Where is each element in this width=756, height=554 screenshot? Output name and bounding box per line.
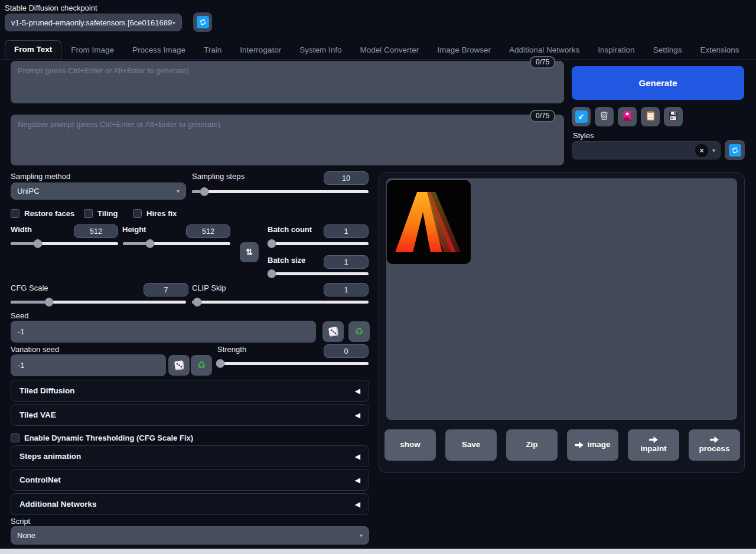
checkpoint-value: v1-5-pruned-emaonly.safetensors [6ce0161…: [11, 18, 172, 27]
batch-size-slider[interactable]: [269, 269, 369, 278]
tab-image-browser[interactable]: Image Browser: [437, 41, 491, 59]
negative-prompt-input[interactable]: [11, 115, 564, 165]
accordion-additional-networks[interactable]: Additional Networks ◀: [11, 493, 369, 515]
chevron-down-icon: ▾: [177, 188, 180, 194]
cfg-scale-slider[interactable]: [11, 297, 186, 307]
tab-system-info[interactable]: System Info: [299, 41, 341, 59]
restore-faces-checkbox[interactable]: Restore faces: [11, 209, 74, 218]
seed-input[interactable]: [11, 321, 316, 343]
script-label: Script: [11, 517, 30, 526]
prompt-input[interactable]: [11, 61, 564, 103]
picture-card-icon: [623, 110, 632, 123]
sampling-method-label: Sampling method: [11, 172, 70, 181]
random-variation-seed-button[interactable]: [168, 355, 190, 376]
strength-slider[interactable]: [217, 359, 369, 368]
accordion-controlnet[interactable]: ControlNet ◀: [11, 469, 369, 491]
accordion-tiled-diffusion[interactable]: Tiled Diffusion ◀: [11, 380, 369, 402]
reuse-variation-seed-button[interactable]: ♻: [191, 355, 212, 376]
accordion-collapsed-icon: ◀: [355, 476, 360, 484]
accordion-collapsed-icon: ◀: [355, 411, 360, 419]
width-slider[interactable]: [11, 239, 118, 248]
negative-prompt-token-counter: 0/75: [530, 110, 555, 122]
sampling-steps-value[interactable]: 10: [324, 171, 369, 185]
height-value[interactable]: 512: [186, 224, 230, 238]
strength-value[interactable]: 0: [324, 344, 369, 358]
accordion-title: Additional Networks: [19, 500, 97, 509]
reuse-seed-button[interactable]: ♻: [348, 321, 370, 342]
clip-skip-slider[interactable]: [192, 297, 369, 307]
swap-dimensions-button[interactable]: ⇅: [240, 242, 259, 262]
clear-prompt-button[interactable]: [595, 107, 614, 126]
width-value[interactable]: 512: [74, 224, 118, 238]
styles-dropdown[interactable]: × ▾: [572, 141, 721, 159]
checkpoint-label: Stable Diffusion checkpoint: [5, 4, 97, 12]
dice-icon: [328, 327, 338, 337]
save-button[interactable]: Save: [445, 429, 497, 461]
paste-generation-params-button[interactable]: ↙: [572, 107, 591, 126]
batch-count-value[interactable]: 1: [324, 224, 369, 238]
send-to-process-button[interactable]: process: [689, 429, 740, 461]
accordion-collapsed-icon: ◀: [355, 387, 360, 395]
sampling-steps-slider[interactable]: [192, 187, 369, 196]
tab-process-image[interactable]: Process Image: [132, 41, 185, 59]
script-value: None: [17, 531, 35, 540]
checkpoint-dropdown[interactable]: v1-5-pruned-emaonly.safetensors [6ce0161…: [5, 14, 182, 31]
tab-extensions[interactable]: Extensions: [700, 41, 739, 59]
random-seed-button[interactable]: [322, 321, 344, 342]
batch-size-value[interactable]: 1: [324, 255, 369, 269]
accordion-title: Steps animation: [19, 452, 81, 461]
tab-from-image[interactable]: From Image: [71, 41, 114, 59]
tiling-checkbox[interactable]: Tiling: [84, 209, 118, 218]
batch-count-slider[interactable]: [269, 239, 369, 248]
height-label: Height: [122, 225, 146, 234]
checkbox-icon: [11, 209, 19, 218]
generate-button[interactable]: Generate: [572, 66, 744, 100]
sampling-method-dropdown[interactable]: UniPC ▾: [11, 183, 186, 200]
hires-fix-checkbox[interactable]: Hires fix: [133, 209, 177, 218]
checkpoint-refresh-button[interactable]: [193, 12, 212, 32]
styles-label: Styles: [573, 131, 594, 140]
tiling-label: Tiling: [97, 209, 118, 218]
show-label: show: [400, 440, 421, 450]
accordion-collapsed-icon: ◀: [355, 452, 360, 461]
refresh-icon: [197, 16, 209, 28]
zip-label: Zip: [526, 440, 537, 450]
right-arrow-icon: [649, 436, 658, 443]
show-button[interactable]: show: [384, 429, 436, 461]
height-slider[interactable]: [123, 239, 230, 248]
variation-seed-label: Variation seed: [11, 345, 59, 354]
main-tabbar: From Text From Image Process Image Train…: [0, 41, 756, 60]
script-dropdown[interactable]: None ▾: [11, 526, 369, 545]
save-label: Save: [462, 440, 481, 450]
send-to-inpaint-button[interactable]: inpaint: [628, 429, 679, 461]
styles-refresh-button[interactable]: [725, 140, 745, 160]
styles-clear-icon[interactable]: ×: [695, 144, 708, 157]
save-style-button[interactable]: [664, 107, 683, 126]
accordion-title: ControlNet: [19, 475, 61, 484]
swap-arrows-icon: ⇅: [246, 247, 253, 258]
accordion-steps-animation[interactable]: Steps animation ◀: [11, 445, 369, 467]
chevron-down-icon: ▾: [172, 19, 175, 26]
tab-from-text[interactable]: From Text: [5, 40, 61, 59]
tab-train[interactable]: Train: [204, 41, 221, 59]
tab-settings[interactable]: Settings: [653, 41, 682, 59]
tab-interrogator[interactable]: Interrogator: [240, 41, 281, 59]
zip-button[interactable]: Zip: [506, 429, 558, 461]
send-to-image-label: image: [587, 440, 610, 450]
output-image-thumbnail[interactable]: [387, 180, 471, 264]
seed-label: Seed: [11, 311, 28, 320]
apply-styles-button[interactable]: [641, 107, 660, 126]
dice-icon: [174, 360, 184, 370]
extra-networks-button[interactable]: [618, 107, 637, 126]
accordion-tiled-vae[interactable]: Tiled VAE ◀: [11, 404, 369, 426]
cfg-scale-value[interactable]: 7: [144, 283, 188, 296]
right-arrow-icon: [710, 436, 719, 443]
variation-seed-input[interactable]: [11, 354, 166, 376]
dynamic-thresholding-checkbox[interactable]: Enable Dynamic Thresholding (CFG Scale F…: [11, 434, 193, 442]
tab-inspiration[interactable]: Inspiration: [598, 41, 634, 59]
send-to-image-button[interactable]: image: [567, 429, 618, 461]
clip-skip-value[interactable]: 1: [324, 283, 369, 296]
clip-skip-label: CLIP Skip: [192, 283, 226, 292]
tab-model-converter[interactable]: Model Converter: [360, 41, 419, 59]
width-label: Width: [11, 225, 32, 234]
